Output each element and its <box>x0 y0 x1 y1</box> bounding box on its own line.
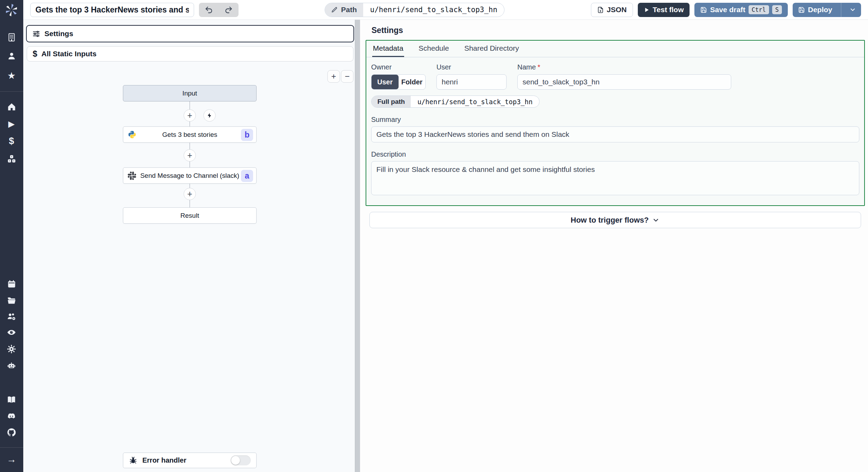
flow-node-result[interactable]: Result <box>123 207 257 224</box>
windmill-logo[interactable] <box>5 3 18 17</box>
how-to-trigger-flows-button[interactable]: How to trigger flows? <box>369 212 861 228</box>
owner-option-folder[interactable]: Folder <box>399 75 426 89</box>
python-icon <box>128 130 136 139</box>
path-value: u/henri/send_to_slack_top3_hn <box>363 3 504 17</box>
slack-icon <box>128 172 136 180</box>
ai-robot-icon[interactable] <box>5 359 18 373</box>
owner-label: Owner <box>371 63 426 71</box>
collapse-arrow-right-icon[interactable]: → <box>5 453 18 466</box>
owner-field: Owner User Folder <box>371 63 426 90</box>
settings-gear-icon[interactable] <box>5 342 18 356</box>
input-node-label: Input <box>182 90 197 97</box>
user-profile-icon[interactable] <box>5 49 18 63</box>
undo-button[interactable] <box>200 3 218 17</box>
deploy-button-group: Deploy <box>793 3 861 17</box>
error-handler-item[interactable]: Error handler <box>123 453 257 468</box>
deploy-separator <box>841 3 841 17</box>
app-sidebar: ★ ▶ $ → <box>0 0 23 472</box>
groups-users-icon[interactable] <box>5 309 18 323</box>
description-textarea[interactable]: Fill in your Slack resource & channel an… <box>371 161 859 195</box>
plus-icon: + <box>187 110 192 121</box>
folders-icon[interactable] <box>5 293 18 307</box>
sidebar-divider <box>0 447 23 448</box>
flow-title-input[interactable] <box>30 3 194 17</box>
tab-shared-directory[interactable]: Shared Directory <box>464 41 520 57</box>
full-path-display: Full path u/henri/send_to_slack_top3_hn <box>371 96 540 108</box>
error-handler-label: Error handler <box>142 456 186 464</box>
flow-path-control[interactable]: Path u/henri/send_to_slack_top3_hn <box>325 3 504 17</box>
tab-schedule[interactable]: Schedule <box>418 41 450 57</box>
name-label-text: Name <box>517 63 536 71</box>
flow-node-input[interactable]: Input <box>123 85 257 101</box>
path-label-segment: Path <box>325 3 363 17</box>
flow-node-step-a[interactable]: Send Message to Channel (slack) a <box>123 167 257 184</box>
step-b-badge: b <box>241 129 253 141</box>
schedules-calendar-icon[interactable] <box>5 277 18 291</box>
step-a-label: Send Message to Channel (slack) <box>140 172 239 180</box>
flow-node-step-b[interactable]: Gets 3 best stories b <box>123 126 257 143</box>
test-flow-button[interactable]: Test flow <box>638 3 690 17</box>
required-asterisk: * <box>537 63 540 71</box>
sliders-icon <box>32 30 40 38</box>
description-label: Description <box>371 150 859 158</box>
kbd-s: S <box>772 5 782 14</box>
favorites-star-icon[interactable]: ★ <box>5 69 18 83</box>
bug-icon <box>129 456 137 465</box>
discord-icon[interactable] <box>5 409 18 423</box>
lightning-icon <box>207 113 212 118</box>
full-path-value: u/henri/send_to_slack_top3_hn <box>411 96 539 107</box>
panel-resize-divider[interactable] <box>355 20 360 472</box>
settings-panel-heading: Settings <box>372 26 403 35</box>
github-icon[interactable] <box>5 425 18 439</box>
home-icon[interactable] <box>5 100 18 114</box>
chevron-down-icon <box>849 6 856 13</box>
deploy-button[interactable]: Deploy <box>793 3 838 17</box>
redo-button[interactable] <box>220 3 237 17</box>
trigger-bolt-button[interactable] <box>203 109 216 122</box>
summary-input[interactable] <box>371 126 859 142</box>
name-input[interactable] <box>517 74 731 90</box>
pencil-icon <box>331 7 338 13</box>
all-static-inputs-item[interactable]: $ All Static Inputs <box>27 46 353 61</box>
save-draft-label: Save draft <box>710 6 745 14</box>
json-button-label: JSON <box>607 6 627 14</box>
add-step-button[interactable]: + <box>184 149 196 162</box>
summary-label: Summary <box>371 116 859 124</box>
play-icon <box>644 7 650 13</box>
step-a-badge: a <box>241 170 253 182</box>
runs-play-icon[interactable]: ▶ <box>5 117 18 131</box>
audit-eye-icon[interactable] <box>5 325 18 339</box>
deploy-dropdown-button[interactable] <box>844 3 861 17</box>
flow-settings-item[interactable]: Settings <box>26 25 354 42</box>
save-icon <box>700 7 707 13</box>
workspace-building-icon[interactable] <box>5 30 18 44</box>
full-path-label: Full path <box>372 96 411 107</box>
test-flow-label: Test flow <box>653 6 684 14</box>
user-field: User <box>436 63 507 90</box>
user-input[interactable] <box>436 74 507 90</box>
tab-metadata[interactable]: Metadata <box>372 41 404 57</box>
kbd-ctrl: Ctrl <box>749 5 769 14</box>
zoom-out-button[interactable]: − <box>341 70 353 83</box>
sidebar-divider <box>0 91 23 92</box>
json-button[interactable]: JSON <box>591 3 633 17</box>
add-step-button[interactable]: + <box>184 188 196 200</box>
zoom-in-button[interactable]: + <box>327 70 340 83</box>
add-step-button[interactable]: + <box>184 109 196 122</box>
variables-dollar-icon[interactable]: $ <box>5 134 18 148</box>
settings-tabs: Metadata Schedule Shared Directory <box>366 41 864 57</box>
toggle-knob <box>231 456 240 465</box>
resources-cubes-icon[interactable] <box>5 152 18 166</box>
name-label: Name* <box>517 63 731 71</box>
owner-option-user[interactable]: User <box>372 75 399 89</box>
docs-book-icon[interactable] <box>5 393 18 407</box>
save-icon <box>798 7 805 13</box>
error-handler-toggle[interactable] <box>231 455 251 465</box>
user-label: User <box>436 63 507 71</box>
file-json-icon <box>597 6 604 14</box>
save-draft-button[interactable]: Save draft Ctrl S <box>694 3 788 17</box>
trigger-help-label: How to trigger flows? <box>571 216 649 225</box>
flow-canvas: Settings $ All Static Inputs + − Input +… <box>23 20 355 472</box>
plus-icon: + <box>187 189 192 199</box>
step-b-label: Gets 3 best stories <box>162 131 217 139</box>
